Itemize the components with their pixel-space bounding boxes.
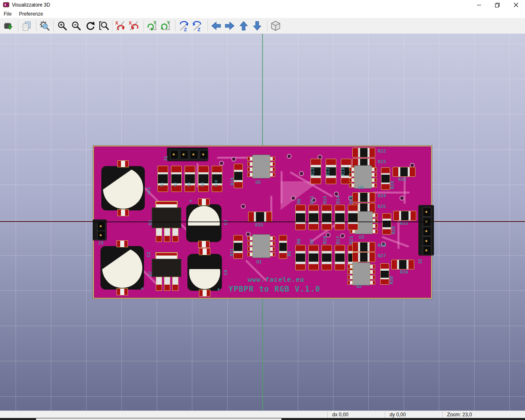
ref-label-u1: U1 [256,260,262,265]
dpak-leg [164,277,170,291]
ref-label-r24: R24 [378,194,386,199]
redraw-icon [85,21,96,32]
capacitor-disc [189,256,220,289]
minimize-button[interactable] [470,0,488,10]
soic-pad [370,265,375,269]
component-r3 [185,166,195,192]
component-r16 [322,245,332,270]
component-r8 [295,245,306,270]
soic-pad [372,213,378,217]
ref-label-u3: U3 [359,235,364,240]
component-r4 [198,166,209,192]
move-left-button[interactable] [210,20,222,32]
render-options-icon [39,20,50,32]
zoom-out-icon [71,21,82,32]
render-options-button[interactable] [38,20,50,32]
redraw-button[interactable] [84,20,96,32]
soic-pad [349,178,354,182]
soic-pad [247,173,253,177]
menu-preferenze[interactable]: Preferenze [15,10,47,18]
dpak-leg [156,277,162,291]
zoom-fit-button[interactable] [98,20,110,32]
ref-label-r35: R35 [255,223,263,228]
ref-label-r12: R12 [326,168,331,176]
status-zoom: Zoom: 23,0 [447,411,472,418]
soic-pad [372,229,378,233]
ref-label-r20: R20 [349,196,354,204]
component-r5 [279,235,287,259]
component-j2 [418,205,434,255]
component-j1 [167,148,208,161]
ref-label-r8: R8 [297,239,301,244]
silkscreen-url: www.facele.eu [248,276,304,283]
soic-pad [270,242,275,246]
ref-label-r6: R6 [297,199,301,204]
titlebar: Visualizzatore 3D [0,0,525,10]
move-up-button[interactable] [237,20,250,32]
zoom-in-button[interactable] [56,20,68,32]
copy-image-icon [21,21,32,32]
soic-pad [270,236,275,240]
ref-label-u4: U4 [358,185,363,190]
rotate-x-pos-icon: X [115,20,126,32]
via [287,154,292,159]
soic-pad [270,167,275,171]
zoom-out-button[interactable] [70,20,82,32]
ref-label-r13: R13 [310,168,315,176]
move-right-button[interactable] [224,20,236,32]
reload-board-button[interactable] [2,20,15,32]
polarity-plus-mark: + [217,288,220,292]
ref-label-r29: R29 [391,226,396,234]
component-c4 [187,254,222,291]
connector-pin [97,231,106,240]
viewport-3d[interactable]: www.facele.eu YPBPR to RGB V.1.0 J1C1+R1… [0,34,525,411]
ref-label-r22: R22 [378,149,386,154]
silkscreen-title: YPBPR to RGB V.1.0 [228,284,320,293]
component-r7 [308,245,319,270]
ref-label-r23: R23 [378,160,386,164]
component-r29 [382,213,391,235]
pcb-board: www.facele.eu YPBPR to RGB V.1.0 J1C1+R1… [93,146,432,299]
ref-label-r2: R2 [173,182,178,187]
connector-pin [97,221,106,231]
ref-label-r4: R4 [200,182,205,187]
soic-pad [372,173,377,177]
restore-button[interactable] [488,0,507,10]
svg-text:Y: Y [153,20,156,25]
rotate-x-neg-button[interactable]: X [128,20,140,32]
ortho-view-button[interactable] [269,20,282,32]
soic-pad [270,252,275,256]
connector-pin [422,207,431,217]
component-r10 [212,166,222,192]
rotate-z-pos-icon: Z [178,20,190,32]
copy-image-button[interactable] [21,20,33,32]
close-button[interactable] [507,0,525,10]
soic-pad [349,183,354,187]
component-r27 [352,252,375,262]
soic-pad [247,247,253,251]
rotate-z-pos-button[interactable]: Z [178,20,190,32]
dpak-body [152,208,181,228]
rotate-x-pos-button[interactable]: X [114,20,127,32]
connector-pin [170,150,179,160]
ortho-view-icon [270,20,281,32]
soic-pad [349,173,354,177]
component-r35 [248,212,272,222]
polarity-plus-mark: + [147,192,151,196]
ref-label-r27: R27 [378,253,386,258]
menu-file[interactable]: File [0,10,15,18]
move-down-button[interactable] [251,20,263,32]
component-u7 [152,252,181,292]
window-title: Visualizzatore 3D [12,2,50,8]
component-c2 [100,246,144,290]
rotate-y-neg-button[interactable]: Y [160,20,172,32]
soic-pad [347,270,353,274]
via [299,171,304,176]
svg-text:Y: Y [167,20,170,25]
soic-pad [372,183,377,187]
rotate-z-neg-button[interactable]: Z [192,20,204,32]
ref-label-c3: C3 [224,220,228,225]
rotate-y-pos-button[interactable]: Y [146,20,158,32]
component-r2 [171,166,182,192]
connector-pin [422,226,431,236]
